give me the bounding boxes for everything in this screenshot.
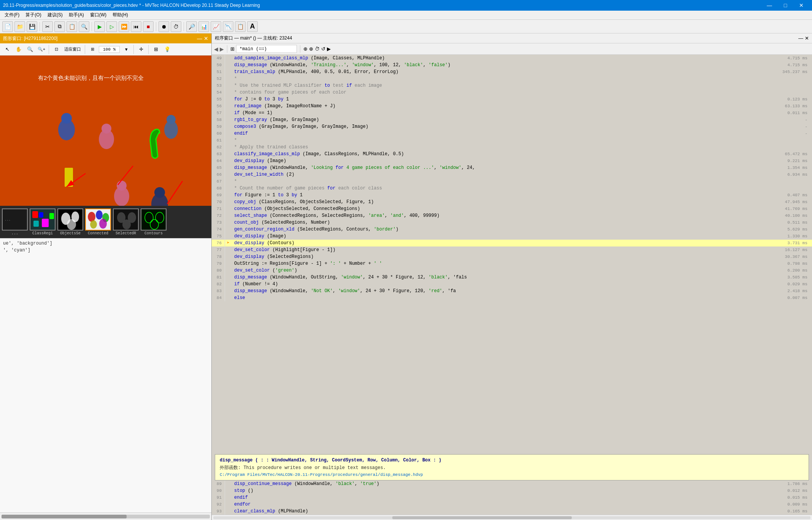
thumbnail-objectsse[interactable]: ObjectsSe [57,208,83,235]
chart3-button[interactable]: 📉 [223,21,233,32]
code-line[interactable]: 90 stop ()0.012 ms [212,487,812,494]
code-line[interactable]: 76➤ dev_display (Contours)3.731 ms [212,240,812,246]
run-to-button[interactable]: ⏩ [119,21,129,32]
code-lines-area[interactable]: 49 add_samples_image_class_mlp (Image, C… [212,55,812,454]
code-line[interactable]: 79 OutString := Regions[Figure - 1] + ':… [212,260,812,267]
gw-pointer-button[interactable]: ↖ [2,45,12,54]
gw-fitpct-button[interactable]: ⊞ [87,45,97,54]
gw-fit-button[interactable]: ⊡ [51,45,61,54]
nav-btn5[interactable]: ▶ [327,46,331,52]
code-line[interactable]: 69 for Figure := 1 to 3 by 10.407 ms [212,192,812,199]
gw-hand-button[interactable]: ✋ [14,45,24,54]
gw-close-button[interactable]: ✕ [204,35,208,41]
nav-back-button[interactable]: ◀ [214,46,218,52]
code-line[interactable]: 80 dev_set_color ('green')6.200 ms [212,267,812,274]
gw-zoom-button[interactable]: 🔍 [25,45,35,54]
menu-assistant[interactable]: 助手(A) [66,11,87,19]
thumbnail-classregi[interactable]: ClassRegi [30,208,56,235]
code-line[interactable]: 73 count_obj (SelectedRegions, Number)0.… [212,219,812,226]
menu-file[interactable]: 文件(F) [2,11,22,19]
code-line[interactable]: 82 if (Number != 4)0.029 ms [212,281,812,288]
gw-cross-button[interactable]: ✛ [136,45,146,54]
menu-window[interactable]: 窗口(W) [87,11,109,19]
chart1-button[interactable]: 📊 [198,21,209,32]
code-line[interactable]: 72 select_shape (ConnectedRegions, Selec… [212,212,812,219]
thumbnail-selectedr[interactable]: SelectedR [113,208,139,235]
thumbnail-contours[interactable]: Contours [141,208,167,235]
code-line[interactable]: 93 clear_class_mlp (MLPHandle)0.165 ms [212,508,812,515]
save-button[interactable]: 💾 [27,21,37,32]
code-line[interactable]: 64 dev_display (Image)9.221 ms [212,157,812,164]
code-line[interactable]: 49 add_samples_image_class_mlp (Image, C… [212,55,812,62]
code-line[interactable]: 91 endif0.015 ms [212,494,812,501]
function-selector[interactable]: *main (∷∷) [236,45,297,53]
code-line[interactable]: 57 if (Mode == 1)0.011 ms [212,110,812,116]
code-line[interactable]: 71 connection (ObjectsSelected, Connecte… [212,205,812,212]
nav-btn4[interactable]: ↺ [321,46,325,52]
code-line[interactable]: 55 for J := 0 to 3 by 10.123 ms [212,96,812,103]
step-button[interactable]: ▷ [106,21,117,32]
chart2-button[interactable]: 📈 [211,21,221,32]
bigA-button[interactable]: A [247,21,258,32]
code-line[interactable]: 70 copy_obj (ClassRegions, ObjectsSelect… [212,199,812,205]
find-button[interactable]: 🔍 [79,21,89,32]
close-button[interactable]: ✕ [794,1,809,10]
ce-close-button[interactable]: ✕ [805,35,809,41]
gw-minimize-button[interactable]: — [197,35,202,41]
paste-button[interactable]: 📋 [67,21,77,32]
code-line[interactable]: 62 * Apply the trained classes [212,144,812,151]
copy-button[interactable]: ⧉ [54,21,65,32]
nav-btn2[interactable]: ⊕ [309,46,313,52]
nav-home-button[interactable]: ⊞ [230,46,235,52]
gw-zoomin-button[interactable]: 🔍+ [36,45,46,54]
record-button[interactable]: ⏺ [159,21,169,32]
code-line[interactable]: 60 endif- [212,130,812,137]
code-line[interactable]: 52 * [212,75,812,82]
nav-forward-button[interactable]: ▶ [220,46,224,52]
code-line[interactable]: 75 dev_display (Image)1.330 ms [212,233,812,240]
gw-light-button[interactable]: 💡 [162,45,172,54]
gw-zoom-dropdown[interactable]: ▾ [121,45,131,54]
code-line[interactable]: 53 * Use the trained MLP classifier to t… [212,82,812,89]
code-line[interactable]: 51 train_class_mlp (MLPHandle, 400, 0.5,… [212,68,812,75]
menu-suggest[interactable]: 建议(S) [44,11,66,19]
open-button[interactable]: 📁 [14,21,25,32]
thumbnail-connected[interactable]: Connected [85,208,111,235]
code-line[interactable]: 68 * Count the number of game pieces for… [212,185,812,192]
code-line[interactable]: 83 disp_message (WindowHandle, 'Not OK',… [212,288,812,294]
gw-layers-button[interactable]: ⊞ [151,45,161,54]
code-line[interactable]: 78 dev_display (SelectedRegions)30.367 m… [212,253,812,260]
code-line[interactable]: 63 classify_image_class_mlp (Image, Clas… [212,151,812,157]
menu-operator[interactable]: 算子(O) [22,11,44,19]
code-line[interactable]: 84 else0.007 ms [212,294,812,301]
run-button[interactable]: ▶ [94,21,105,32]
chart4-button[interactable]: 📋 [235,21,246,32]
code-line[interactable]: 54 * contains four game pieces of each c… [212,89,812,96]
nav-btn3[interactable]: ⏱ [315,46,320,52]
code-line[interactable]: 67 * [212,178,812,185]
nav-btn1[interactable]: ⊕ [303,46,308,52]
code-line[interactable]: 59 compose3 (GrayImage, GrayImage, GrayI… [212,123,812,130]
code-line[interactable]: 81 disp_message (WindowHandle, OutString… [212,274,812,281]
left-scrollbar-h[interactable] [0,512,211,520]
code-line[interactable]: 74 gen_contour_region_xld (SelectedRegio… [212,226,812,233]
rewind-button[interactable]: ⏮ [131,21,141,32]
code-scrollbar-h[interactable] [212,515,812,520]
code-line[interactable]: 92 endfor0.009 ms [212,501,812,508]
code-line[interactable]: 66 dev_set_line_width (2)6.934 ms [212,171,812,178]
search2-button[interactable]: 🔎 [186,21,197,32]
code-line[interactable]: 61 * [212,137,812,144]
stop-button[interactable]: ■ [143,21,154,32]
new-button[interactable]: 📄 [2,21,13,32]
code-line[interactable]: 65 disp_message (WindowHandle, 'Looking … [212,164,812,171]
maximize-button[interactable]: □ [778,1,793,10]
code-line[interactable]: 77 dev_set_color (Highlight[Figure - 1])… [212,246,812,253]
minimize-button[interactable]: — [762,1,777,10]
timer-button[interactable]: ⏱ [171,21,181,32]
code-line[interactable]: 56 read_image (Image, ImageRootName + J)… [212,103,812,110]
cut-button[interactable]: ✂ [42,21,53,32]
code-line[interactable]: 58 rgb1_to_gray (Image, GrayImage)- [212,116,812,123]
thumbnail-partial[interactable]: ... ... [2,208,28,235]
ce-minimize-button[interactable]: — [798,35,803,41]
gw-fit-label[interactable]: 适应窗口 [63,46,82,52]
